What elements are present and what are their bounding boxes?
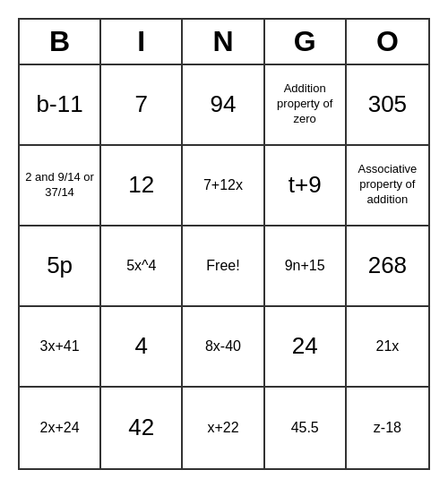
bingo-cell: x+22	[183, 388, 264, 468]
bingo-cell: 268	[347, 226, 428, 307]
bingo-cell: 305	[347, 65, 428, 146]
header-letter: O	[347, 20, 428, 64]
bingo-cell: 4	[101, 307, 183, 388]
bingo-cell: z-18	[347, 388, 428, 468]
bingo-cell: 7	[101, 65, 183, 146]
bingo-cell: 45.5	[265, 388, 347, 468]
bingo-cell: 7+12x	[183, 146, 264, 226]
header-letter: B	[20, 20, 101, 64]
bingo-cell: 2 and 9/14 or 37/14	[20, 146, 101, 226]
bingo-cell: Associative property of addition	[347, 146, 428, 226]
bingo-cell: 12	[101, 146, 183, 226]
header-letter: N	[183, 20, 264, 64]
header-letter: G	[265, 20, 347, 64]
bingo-cell: 21x	[347, 307, 428, 388]
bingo-cell: 5p	[20, 226, 101, 307]
bingo-card: BINGO b-11794Addition property of zero30…	[18, 18, 430, 470]
bingo-cell: 42	[101, 388, 183, 468]
bingo-cell: Free!	[183, 226, 264, 307]
bingo-cell: 94	[183, 65, 264, 146]
bingo-header: BINGO	[20, 20, 428, 65]
bingo-cell: 2x+24	[20, 388, 101, 468]
bingo-cell: 24	[265, 307, 347, 388]
bingo-grid: b-11794Addition property of zero3052 and…	[20, 65, 428, 468]
bingo-cell: b-11	[20, 65, 101, 146]
bingo-cell: t+9	[265, 146, 347, 226]
bingo-cell: 9n+15	[265, 226, 347, 307]
bingo-cell: 5x^4	[101, 226, 183, 307]
bingo-cell: 3x+41	[20, 307, 101, 388]
bingo-cell: Addition property of zero	[265, 65, 347, 146]
header-letter: I	[101, 20, 183, 64]
bingo-cell: 8x-40	[183, 307, 264, 388]
